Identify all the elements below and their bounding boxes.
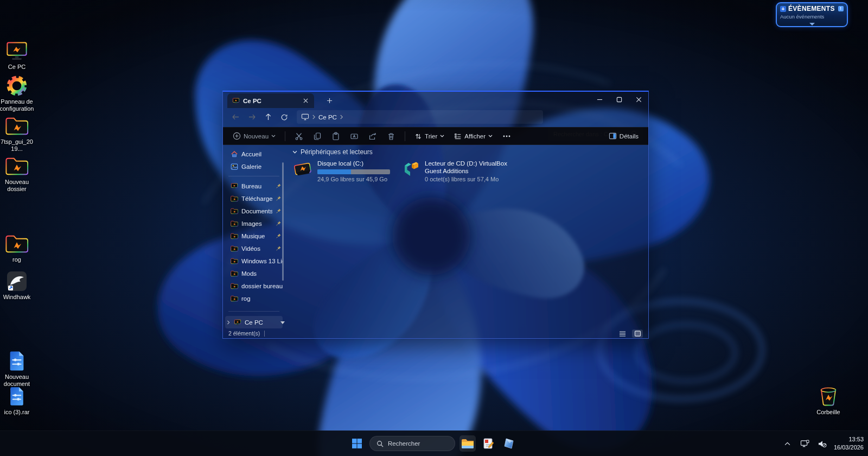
sidebar-item-images[interactable]: Images xyxy=(223,217,285,230)
desktop-icon-ico-rar[interactable]: ico (3).rar xyxy=(0,385,35,416)
sidebar-item-rog[interactable]: rog xyxy=(223,292,285,305)
back-icon[interactable] xyxy=(227,110,244,124)
minimize-button[interactable] xyxy=(590,92,609,107)
chevron-down-icon xyxy=(488,135,493,137)
chevron-down-icon[interactable] xyxy=(809,23,815,26)
notepad-taskbar-icon[interactable] xyxy=(480,435,496,452)
folder-rgb-icon xyxy=(231,270,238,277)
pin-icon xyxy=(276,245,282,251)
chevron-right-icon xyxy=(312,115,316,119)
plus-icon: + xyxy=(780,6,786,12)
desktop-icon-7tsp-gui[interactable]: 7tsp_gui_2019... xyxy=(0,115,35,152)
folder-rgb-icon xyxy=(231,283,238,289)
details-view-icon[interactable] xyxy=(617,330,628,338)
sidebar-item-bureau[interactable]: Bureau xyxy=(223,180,285,192)
forward-icon[interactable] xyxy=(244,110,260,124)
maximize-button[interactable] xyxy=(609,92,629,107)
sidebar-item-telechargements[interactable]: Téléchargem xyxy=(223,192,285,205)
volume-muted-icon[interactable] xyxy=(816,438,828,449)
notification-bubble-icon: ! xyxy=(838,6,844,11)
desktop-icon-panneau-de-configuration[interactable]: Panneau de configuration xyxy=(0,75,35,112)
window-controls xyxy=(590,92,648,107)
address-bar[interactable]: Ce PC xyxy=(297,110,543,124)
breadcrumb-ce-pc[interactable]: Ce PC xyxy=(318,114,337,121)
clock[interactable]: 13:53 16/03/2026 xyxy=(834,435,864,452)
desktop-icon-recycle-bin[interactable]: Corbeille xyxy=(810,385,846,416)
network-icon[interactable] xyxy=(799,438,811,449)
chevron-down-icon[interactable] xyxy=(292,150,297,154)
sort-arrows-icon xyxy=(414,132,422,140)
drive-cd-d[interactable]: Lecteur de CD (D:) VirtualBox Guest Addi… xyxy=(402,160,518,182)
new-tab-button[interactable] xyxy=(324,95,335,106)
sort-button[interactable]: Trier xyxy=(410,129,449,143)
search-icon xyxy=(376,440,384,447)
monitor-rgb-icon xyxy=(5,40,29,62)
refresh-icon[interactable] xyxy=(276,110,292,124)
view-button[interactable]: Afficher xyxy=(450,129,497,143)
taskbar-search[interactable]: Rechercher xyxy=(369,436,455,451)
desktop-icon-ce-pc[interactable]: Ce PC xyxy=(0,40,35,71)
desktop-icon-windhawk[interactable]: Windhawk xyxy=(0,270,35,301)
scrollbar-down-arrow-icon[interactable] xyxy=(280,321,285,324)
folder-rgb-icon xyxy=(231,195,238,202)
large-icons-view-icon[interactable] xyxy=(632,330,643,338)
navigation-pane: Accueil Galerie Bureau Téléchargem xyxy=(223,145,285,328)
gear-rainbow-icon xyxy=(5,75,29,97)
rename-icon[interactable] xyxy=(346,129,363,143)
delete-icon[interactable] xyxy=(382,129,400,143)
up-icon[interactable] xyxy=(260,110,276,124)
desktop: + ÉVÈNEMENTS ! Aucun événements Ce PC Pa… xyxy=(0,0,868,456)
sidebar-item-videos[interactable]: Vidéos xyxy=(223,242,285,255)
sidebar-item-windows-13[interactable]: Windows 13 Lig xyxy=(223,255,285,267)
desktop-icon-nouveau-dossier[interactable]: Nouveau dossier xyxy=(0,155,35,192)
monitor-rgb-icon xyxy=(231,183,238,189)
content-area: Périphériques et lecteurs Disque loca xyxy=(287,145,648,328)
start-button[interactable] xyxy=(349,435,365,452)
cut-icon[interactable] xyxy=(290,129,308,143)
sidebar-item-documents[interactable]: Documents xyxy=(223,205,285,217)
pin-icon xyxy=(276,233,282,239)
tab-close-icon[interactable] xyxy=(300,96,311,106)
gallery-icon xyxy=(231,163,238,170)
windows-logo-icon xyxy=(352,438,362,449)
file-explorer-taskbar-icon[interactable] xyxy=(459,435,476,452)
sidebar-scrollbar[interactable] xyxy=(282,162,284,281)
hawk-icon xyxy=(5,270,29,292)
drive-local-c[interactable]: Disque local (C:) 24,9 Go libres sur 45,… xyxy=(292,160,390,182)
media-app-taskbar-icon[interactable] xyxy=(501,435,517,452)
events-widget[interactable]: + ÉVÈNEMENTS ! Aucun événements xyxy=(776,2,848,27)
sidebar-item-musique[interactable]: Musique xyxy=(223,230,285,242)
this-pc-icon xyxy=(232,98,240,104)
events-widget-title: ÉVÈNEMENTS xyxy=(788,5,835,12)
sidebar-item-dossier-bureaux[interactable]: dossier bureaux xyxy=(223,280,285,292)
copy-icon[interactable] xyxy=(309,129,326,143)
details-pane-button[interactable]: Détails xyxy=(604,129,643,143)
chevron-down-icon xyxy=(440,135,444,137)
status-divider xyxy=(264,331,265,337)
chevron-right-icon[interactable] xyxy=(226,320,231,325)
chevron-right-icon[interactable] xyxy=(340,115,343,119)
sidebar-item-ce-pc[interactable]: Ce PC xyxy=(225,316,283,328)
events-widget-title-row: + ÉVÈNEMENTS ! xyxy=(780,5,844,12)
sidebar-divider xyxy=(228,176,279,176)
desktop-icon-rog[interactable]: rog xyxy=(0,233,35,263)
tray-chevron-up-icon[interactable] xyxy=(782,438,794,449)
command-toolbar: Nouveau xyxy=(223,127,648,145)
pin-icon xyxy=(276,220,282,226)
share-icon[interactable] xyxy=(364,129,381,143)
paste-icon[interactable] xyxy=(327,129,344,143)
sidebar-item-accueil[interactable]: Accueil xyxy=(223,148,285,160)
drive-free-space: 0 octet(s) libres sur 57,4 Mo xyxy=(425,176,518,182)
folder-rgb-icon xyxy=(5,115,29,137)
section-devices-and-drives[interactable]: Périphériques et lecteurs xyxy=(292,148,648,156)
sidebar-item-galerie[interactable]: Galerie xyxy=(223,160,285,173)
explorer-tab-ce-pc[interactable]: Ce PC xyxy=(227,93,314,108)
more-options-icon[interactable] xyxy=(498,129,515,143)
pin-icon xyxy=(276,208,282,214)
sidebar-item-mods[interactable]: Mods xyxy=(223,267,285,280)
close-button[interactable] xyxy=(629,92,648,107)
item-count: 2 élément(s) xyxy=(228,330,260,337)
new-button[interactable]: Nouveau xyxy=(228,129,280,143)
drive-free-space: 24,9 Go libres sur 45,9 Go xyxy=(317,176,390,182)
folder-rgb-icon xyxy=(5,233,29,255)
